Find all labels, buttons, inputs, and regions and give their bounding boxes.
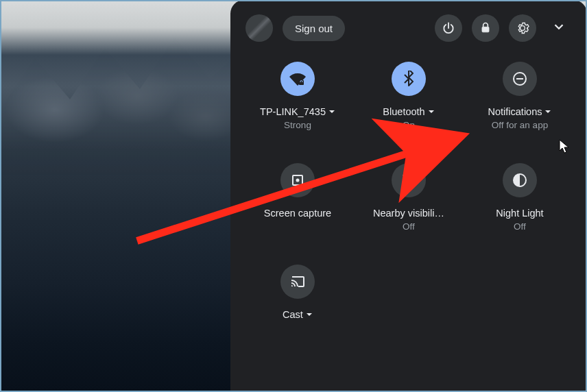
night-light-toggle[interactable] [503,163,537,197]
bluetooth-icon [400,71,417,87]
bluetooth-toggle[interactable] [392,62,426,96]
night-light-tile: Night Light Off [468,163,572,232]
notifications-tile: Notifications Off for an app [468,62,572,130]
collapse-button[interactable] [546,14,572,42]
cast-tile: Cast [245,265,350,323]
quick-settings-panel: Sign out TP-LINK_7435 Strong Bluetooth [230,0,587,392]
cast-label[interactable]: Cast [283,308,313,321]
caret-icon [306,308,313,321]
wifi-status: Strong [284,120,311,130]
sign-out-button[interactable]: Sign out [283,16,345,41]
screen-capture-label[interactable]: Screen capture [264,207,331,220]
bluetooth-tile: Bluetooth On [357,62,461,130]
night-light-icon [512,172,528,188]
nearby-visibility-status: Off [403,221,415,232]
settings-button[interactable] [509,14,536,42]
nearby-visibility-label[interactable]: Nearby visibili… [373,207,444,220]
screen-capture-icon [289,172,306,188]
svg-point-5 [296,178,300,182]
svg-rect-0 [482,27,489,32]
caret-icon [428,106,435,119]
lock-icon [479,21,492,35]
svg-rect-1 [299,80,304,85]
do-not-disturb-icon [512,71,528,87]
notifications-status: Off for an app [492,120,548,130]
caret-icon [544,106,551,119]
tiles-grid: TP-LINK_7435 Strong Bluetooth On Notific… [245,62,572,323]
nearby-visibility-tile: Nearby visibili… Off [357,163,461,232]
chevron-down-icon [551,19,566,34]
user-avatar[interactable] [245,14,273,42]
lock-button[interactable] [472,14,499,42]
visibility-off-icon [400,172,417,188]
night-light-label[interactable]: Night Light [496,207,543,220]
wifi-tile: TP-LINK_7435 Strong [245,62,350,130]
gear-icon [516,21,529,35]
cast-icon [289,273,306,290]
wifi-label[interactable]: TP-LINK_7435 [260,106,335,119]
screen-capture-button[interactable] [280,163,315,197]
bluetooth-label[interactable]: Bluetooth [383,106,434,119]
wifi-icon [289,71,306,87]
nearby-visibility-toggle[interactable] [392,163,426,197]
night-light-status: Off [514,221,526,232]
power-button[interactable] [435,14,462,42]
power-icon [442,21,455,35]
bluetooth-status: On [403,120,415,130]
panel-header: Sign out [245,14,572,42]
cast-button[interactable] [280,265,315,299]
caret-icon [328,106,335,119]
wifi-toggle[interactable] [280,62,315,96]
notifications-label[interactable]: Notifications [488,106,552,119]
screen-capture-tile: Screen capture [245,163,350,232]
notifications-toggle[interactable] [503,62,537,96]
